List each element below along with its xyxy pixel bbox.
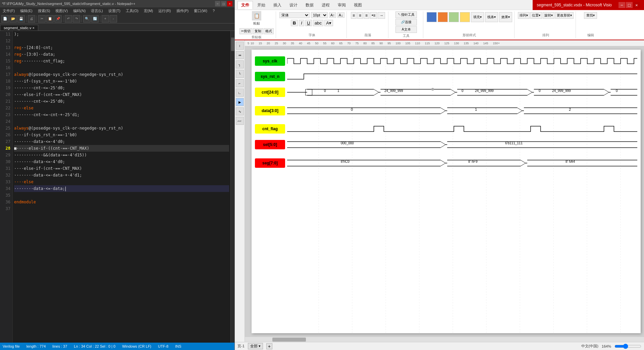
ribbon-format-copy-btn[interactable]: 格式 (264, 28, 274, 34)
menu-macro[interactable]: 宏(M) (143, 8, 155, 13)
font-family-select[interactable]: 宋体 (279, 12, 310, 18)
left-tool-4[interactable]: └ (236, 70, 244, 78)
line-numbers: 11 12 13 14 15 16 17 18 19 20 21 22 23 2… (0, 31, 13, 343)
line-btn[interactable]: 线条▾ (485, 12, 498, 22)
menu-run[interactable]: 运行(R) (157, 8, 172, 13)
visio-maximize-btn[interactable]: □ (626, 2, 633, 8)
left-tool-wave[interactable]: ∿ (236, 107, 244, 115)
tab-review[interactable]: 审阅 (334, 1, 350, 9)
status-position: Ln : 34 Col : 22 Sel : 0 | 0 (74, 344, 115, 348)
menu-tools[interactable]: 工具(O) (124, 8, 140, 13)
left-tool-2[interactable]: ⇔ (236, 51, 244, 59)
code-line-37 (14, 205, 229, 212)
menu-window[interactable]: 窗口(W) (193, 8, 209, 13)
bullet-btn[interactable]: •≡ (370, 12, 377, 19)
font-color-btn[interactable]: A▾ (324, 20, 333, 26)
left-tool-cursor[interactable]: ▶ (236, 98, 244, 106)
italic-btn[interactable]: I (299, 20, 304, 26)
underline-btn[interactable]: U (305, 20, 312, 26)
zoom-slider[interactable] (614, 344, 641, 349)
connector-tool-btn[interactable]: 🔗连接 (395, 19, 417, 26)
left-tool-6[interactable]: ∟ (236, 89, 244, 97)
cnt-val-24m-2: 24_999_999 (475, 89, 494, 93)
menu-plugins[interactable]: 插件(P) (175, 8, 190, 13)
left-tool-step[interactable]: ⌐⌐ (236, 117, 244, 125)
toolbar-redo[interactable]: ↷ (73, 15, 80, 22)
toolbar-find[interactable]: 🔍 (83, 15, 91, 22)
style-2[interactable] (438, 12, 448, 22)
scrollbar-thumb-h[interactable] (272, 338, 306, 342)
find-btn[interactable]: 查找▾ (584, 12, 597, 19)
left-tool-1[interactable]: ↕ (236, 42, 244, 50)
font-decrease-btn[interactable]: A↓ (337, 12, 344, 18)
font-size-select[interactable]: 10pt (311, 12, 328, 18)
strikethrough-btn[interactable]: abc (313, 20, 324, 26)
arrange-btn[interactable]: 排列▾ (518, 12, 530, 19)
left-tool-3[interactable]: ┐ (236, 60, 244, 68)
tab-process[interactable]: 进程 (318, 1, 333, 9)
left-tool-5[interactable]: ⌐ (236, 79, 244, 87)
visio-scrollbar-h[interactable] (245, 337, 644, 342)
tab-insert[interactable]: 插入 (270, 1, 285, 9)
font-increase-btn[interactable]: A↑ (329, 12, 336, 18)
ribbon-copy-btn[interactable]: 复制 (253, 28, 263, 34)
zoom-all-btn[interactable]: 全部 ▾ (248, 343, 263, 349)
toolbar-cut[interactable]: ✂ (38, 15, 46, 22)
style-4[interactable] (460, 12, 470, 22)
toolbar-save[interactable]: 💾 (17, 15, 25, 22)
resize-btn[interactable]: 更改形状▾ (555, 12, 574, 19)
align-left-btn[interactable]: ≡ (351, 12, 357, 19)
style-1[interactable] (427, 12, 437, 22)
visio-canvas[interactable]: sys_clk sys_rst_n (245, 46, 644, 337)
tab-data[interactable]: 数据 (302, 1, 317, 9)
position-btn[interactable]: 位置▾ (530, 12, 542, 19)
code-editor[interactable]: ); reg··[24:0]·cnt; reg··[3:0]··data; re… (13, 31, 230, 343)
menu-file[interactable]: 文件(F) (1, 8, 16, 13)
notepad-close-btn[interactable]: × (227, 1, 232, 6)
notepad-scrollbar[interactable] (230, 31, 234, 343)
menu-edit[interactable]: 编辑(E) (19, 8, 34, 13)
indent-btn[interactable]: → (378, 12, 385, 19)
visio-close-btn[interactable]: × (633, 2, 640, 8)
toolbar-zoom-out[interactable]: - (110, 15, 117, 22)
align-center-btn[interactable]: ≡ (357, 12, 363, 19)
visio-minimize-btn[interactable]: − (619, 2, 625, 8)
rotate-btn[interactable]: 旋转▾ (543, 12, 554, 19)
menu-encoding[interactable]: 编码(N) (72, 8, 87, 13)
style-3[interactable] (449, 12, 459, 22)
effects-btn[interactable]: 效果▾ (499, 12, 512, 22)
tab-home[interactable]: 开始 (254, 1, 269, 9)
toolbar-paste[interactable]: 📌 (54, 15, 62, 22)
menu-language[interactable]: 语言(L) (90, 8, 104, 13)
scroll-thumb[interactable] (231, 38, 234, 51)
align-right-btn[interactable]: ≡ (364, 12, 369, 19)
toolbar-replace[interactable]: 🔄 (91, 15, 99, 22)
menu-settings[interactable]: 设置(T) (107, 8, 122, 13)
pointer-tool-btn[interactable]: ↖指针工具 (395, 11, 417, 18)
toolbar-print[interactable]: 🖨 (28, 15, 35, 22)
menu-search[interactable]: 搜索(S) (37, 8, 52, 13)
bold-btn[interactable]: B (291, 20, 298, 26)
add-page-btn[interactable]: + (266, 343, 272, 349)
toolbar-copy[interactable]: 📋 (46, 15, 54, 22)
tab-segment-static[interactable]: segment_static.v × (0, 25, 38, 31)
tab-file[interactable]: 文件 (237, 1, 253, 9)
menu-view[interactable]: 视图(V) (54, 8, 69, 13)
ribbon-paste-btn[interactable]: 📋 粘贴 (250, 10, 263, 27)
toolbar-open[interactable]: 📂 (9, 15, 17, 22)
tab-view[interactable]: 视图 (350, 1, 366, 9)
fill-btn[interactable]: 填充▾ (471, 12, 484, 22)
ribbon-font-top: 宋体 10pt A↑ A↓ (279, 12, 344, 18)
notepad-minimize-btn[interactable]: − (215, 1, 220, 6)
tab-design[interactable]: 设计 (286, 1, 301, 9)
ribbon-cut-btn[interactable]: ✂剪切 (239, 28, 252, 34)
text-tool-btn[interactable]: A文本 (395, 26, 417, 33)
cnt-val-24m-1: 24_999_999 (384, 89, 403, 93)
toolbar-undo[interactable]: ↶ (65, 15, 72, 22)
statusbar-right: 中文(中国) 164% (581, 344, 641, 349)
menu-help[interactable]: ? (211, 9, 216, 13)
toolbar-new[interactable]: 📄 (1, 15, 9, 22)
toolbar-zoom-in[interactable]: + (102, 15, 109, 22)
statusbar-left: 页-1 全部 ▾ + (237, 343, 272, 349)
notepad-maximize-btn[interactable]: □ (221, 1, 226, 6)
